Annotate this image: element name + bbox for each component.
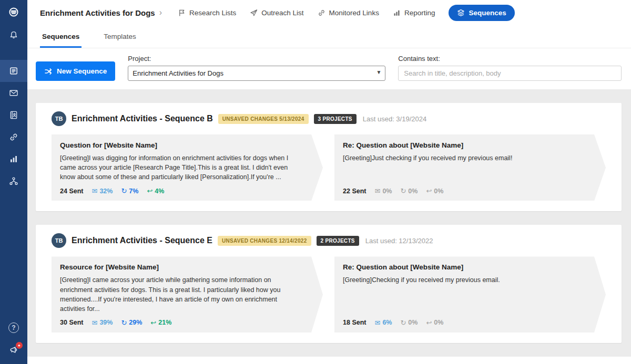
sidebar-item-contacts[interactable] [0,104,27,126]
email-subject: Question for [Website Name] [60,141,301,149]
sequence-shuffle-icon [44,67,53,76]
app-window: ? ★ Enrichment Activities for Dogs › [0,0,631,364]
paper-plane-icon [250,9,258,17]
new-sequence-label: New Sequence [57,67,107,75]
email-body-preview: [Greeting]Checking if you received my pr… [343,275,584,314]
nav-label: Sequences [469,9,506,17]
contains-text-input[interactable] [398,66,622,81]
sidebar-item-links[interactable] [0,126,27,148]
loop-arrow-icon: ↻ [121,187,127,195]
email-step[interactable]: Re: Question about [Website Name] [Greet… [334,256,606,332]
email-body-preview: [Greeting]I came across your article whi… [60,275,301,314]
nav-outreach-list[interactable]: Outreach List [250,9,303,17]
reply-arrow-icon: ↩ [426,319,432,327]
project-select[interactable]: Enrichment Activities for Dogs [128,66,385,81]
envelope-icon: ✉ [91,319,97,327]
breadcrumb[interactable]: Enrichment Activities for Dogs › [40,8,162,17]
app-logo-icon[interactable] [0,0,27,24]
click-rate-stat: ↻29% [121,319,142,327]
sidebar: ? ★ [0,0,27,364]
contains-text-group: Contains text: [398,55,622,81]
sequence-card: TB Enrichment Activities - Sequence B UN… [36,103,622,211]
sequence-card: TB Enrichment Activities - Sequence E UN… [36,225,622,343]
sequence-card-header: TB Enrichment Activities - Sequence E UN… [36,233,622,248]
email-stats: 22 Sent ✉0% ↻0% ↩0% [343,187,584,195]
email-subject: Re: Question about [Website Name] [343,263,584,271]
sidebar-item-sitemap[interactable] [0,170,27,192]
top-navigation: Research Lists Outreach List [178,5,515,21]
bar-chart-icon [393,9,401,17]
tabs-row: Sequences Templates [27,25,631,48]
email-step[interactable]: Resource for [Website Name] [Greeting]I … [52,256,323,332]
nav-research-lists[interactable]: Research Lists [178,9,236,17]
projects-count-badge: 2 PROJECTS [317,236,359,246]
whats-new-badge: ★ [16,342,23,349]
email-stats: 30 Sent ✉39% ↻29% ↩21% [60,319,301,327]
nav-sequences[interactable]: Sequences [449,5,514,21]
click-rate-stat: ↻0% [400,187,418,195]
nav-monitored-links[interactable]: Monitored Links [318,9,379,17]
click-rate-stat: ↻7% [121,187,138,195]
project-filter-group: Project: Enrichment Activities for Dogs … [128,55,385,81]
layers-icon [457,9,465,17]
click-rate-stat: ↻0% [400,319,418,327]
nav-label: Monitored Links [329,9,379,17]
chevron-right-icon: › [159,8,162,17]
sequence-title[interactable]: Enrichment Activities - Sequence E [72,236,212,245]
avatar: TB [52,233,66,248]
unsaved-changes-badge: UNSAVED CHANGES 5/13/2024 [218,114,309,124]
reply-rate-stat: ↩21% [150,319,171,327]
open-rate-stat: ✉39% [91,319,113,327]
nav-label: Outreach List [261,9,303,17]
whats-new-icon[interactable]: ★ [0,339,27,361]
email-steps-row: Resource for [Website Name] [Greeting]I … [36,248,622,332]
notifications-bell-icon[interactable] [0,24,27,46]
email-steps-row: Question for [Website Name] [Greeting]I … [36,126,622,201]
main-area: Enrichment Activities for Dogs › Researc… [27,0,631,364]
envelope-icon: ✉ [374,187,380,195]
flag-icon [178,9,186,17]
email-stats: 24 Sent ✉32% ↻7% ↩4% [60,187,301,195]
sidebar-item-outreach[interactable] [0,82,27,104]
loop-arrow-icon: ↻ [400,187,406,195]
last-used-text: Last used: 12/13/2022 [365,237,433,245]
email-step[interactable]: Re: Question about [Website Name] [Greet… [334,134,606,201]
project-filter-label: Project: [128,55,385,63]
sidebar-item-reports[interactable] [0,148,27,170]
unsaved-changes-badge: UNSAVED CHANGES 12/14/2022 [218,236,311,246]
envelope-icon: ✉ [374,319,380,327]
nav-label: Reporting [404,9,435,17]
nav-label: Research Lists [189,9,236,17]
email-stats: 18 Sent ✉6% ↻0% ↩0% [343,319,584,327]
email-body-preview: [Greeting]Just checking if you received … [343,153,584,182]
open-rate-stat: ✉32% [91,187,113,195]
avatar: TB [52,111,66,126]
email-step[interactable]: Question for [Website Name] [Greeting]I … [52,134,323,201]
nav-reporting[interactable]: Reporting [393,9,435,17]
link-icon [318,9,325,17]
loop-arrow-icon: ↻ [400,319,406,327]
sequence-title[interactable]: Enrichment Activities - Sequence B [72,114,213,123]
open-rate-stat: ✉0% [374,187,392,195]
reply-rate-stat: ↩0% [426,187,443,195]
sent-count: 30 Sent [60,319,83,326]
email-body-preview: [Greeting]I was digging for information … [60,153,301,182]
project-breadcrumb-title[interactable]: Enrichment Activities for Dogs [40,8,155,17]
sent-count: 18 Sent [343,319,366,326]
new-sequence-button[interactable]: New Sequence [36,61,115,81]
sequences-list: TB Enrichment Activities - Sequence B UN… [27,89,631,364]
open-rate-stat: ✉6% [374,319,392,327]
tab-templates[interactable]: Templates [101,25,138,48]
email-subject: Re: Question about [Website Name] [343,141,584,149]
sidebar-item-projects[interactable] [0,60,27,82]
filter-bar: New Sequence Project: Enrichment Activit… [27,48,631,89]
sent-count: 22 Sent [343,188,366,195]
help-icon[interactable]: ? [0,317,27,339]
last-used-text: Last used: 3/19/2024 [363,115,426,123]
loop-arrow-icon: ↻ [121,319,127,327]
envelope-icon: ✉ [91,187,97,195]
reply-arrow-icon: ↩ [426,187,432,195]
tab-sequences[interactable]: Sequences [40,25,82,48]
reply-rate-stat: ↩4% [147,187,164,195]
sequence-card-header: TB Enrichment Activities - Sequence B UN… [36,111,622,126]
